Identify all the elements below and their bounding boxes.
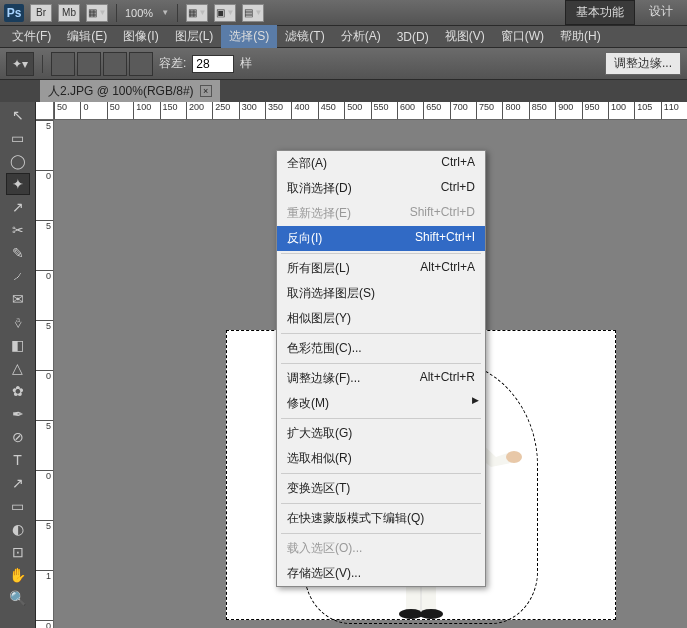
lasso-tool[interactable]: ◯: [6, 150, 30, 172]
menu-edit[interactable]: 编辑(E): [59, 25, 115, 48]
selection-intersect-button[interactable]: [129, 52, 153, 76]
tool-preset-icon[interactable]: ✦▾: [6, 52, 34, 76]
menu-3d[interactable]: 3D(D): [389, 27, 437, 47]
menu-item[interactable]: 所有图层(L)Alt+Ctrl+A: [277, 256, 485, 281]
menu-item[interactable]: 修改(M): [277, 391, 485, 416]
menu-item[interactable]: 相似图层(Y): [277, 306, 485, 331]
menu-filter[interactable]: 滤镜(T): [277, 25, 332, 48]
menu-analysis[interactable]: 分析(A): [333, 25, 389, 48]
tolerance-label: 容差:: [159, 55, 186, 72]
menu-item-label: 色彩范围(C)...: [287, 340, 362, 357]
healing-brush-tool[interactable]: ✎: [6, 242, 30, 264]
menu-item[interactable]: 取消选择图层(S): [277, 281, 485, 306]
menu-item[interactable]: 变换选区(T): [277, 476, 485, 501]
brush-tool[interactable]: ⟋: [6, 265, 30, 287]
menu-item-label: 取消选择(D): [287, 180, 352, 197]
ruler-tick: 400: [291, 102, 317, 119]
zoom-tool[interactable]: 🔍: [6, 587, 30, 609]
shape-tool[interactable]: ▭: [6, 495, 30, 517]
guides-button[interactable]: ▤▼: [242, 4, 264, 22]
menu-item-label: 载入选区(O)...: [287, 540, 362, 557]
menu-item[interactable]: 扩大选取(G): [277, 421, 485, 446]
ruler-tick: 350: [265, 102, 291, 119]
ruler-tick: 500: [344, 102, 370, 119]
workspace-basic-button[interactable]: 基本功能: [565, 0, 635, 25]
ruler-tick: 150: [160, 102, 186, 119]
menu-item-label: 反向(I): [287, 230, 322, 247]
zoom-dropdown-icon[interactable]: ▼: [161, 8, 169, 17]
menu-separator: [281, 503, 481, 504]
selection-subtract-button[interactable]: [103, 52, 127, 76]
menu-window[interactable]: 窗口(W): [493, 25, 552, 48]
crop-tool[interactable]: ↗: [6, 196, 30, 218]
3d-camera-tool[interactable]: ⊡: [6, 541, 30, 563]
menu-view[interactable]: 视图(V): [437, 25, 493, 48]
menu-item[interactable]: 存储选区(V)...: [277, 561, 485, 586]
menu-item-shortcut: Alt+Ctrl+A: [420, 260, 475, 277]
menu-layer[interactable]: 图层(L): [167, 25, 222, 48]
ruler-tick: 700: [450, 102, 476, 119]
path-select-tool[interactable]: ↗: [6, 472, 30, 494]
menu-item-label: 扩大选取(G): [287, 425, 352, 442]
menu-item[interactable]: 选取相似(R): [277, 446, 485, 471]
zoom-level[interactable]: 100%: [125, 7, 153, 19]
document-tab[interactable]: 人2.JPG @ 100%(RGB/8#) ×: [40, 80, 220, 103]
hand-tool[interactable]: ✋: [6, 564, 30, 586]
ruler-tick: 250: [212, 102, 238, 119]
ruler-vertical[interactable]: 50505050510: [36, 120, 54, 628]
marquee-tool[interactable]: ▭: [6, 127, 30, 149]
gradient-tool[interactable]: △: [6, 357, 30, 379]
ruler-tick: 100: [133, 102, 159, 119]
menu-item[interactable]: 色彩范围(C)...: [277, 336, 485, 361]
ruler-tick: 110: [661, 102, 687, 119]
menu-file[interactable]: 文件(F): [4, 25, 59, 48]
screen-mode-button[interactable]: ▦▼: [86, 4, 108, 22]
move-tool[interactable]: ↖: [6, 104, 30, 126]
minibridge-button[interactable]: Mb: [58, 4, 80, 22]
menu-select[interactable]: 选择(S): [221, 25, 277, 48]
menu-item[interactable]: 反向(I)Shift+Ctrl+I: [277, 226, 485, 251]
ruler-tick: 900: [555, 102, 581, 119]
workspace-design-button[interactable]: 设计: [639, 0, 683, 25]
eraser-tool[interactable]: ◧: [6, 334, 30, 356]
selection-mode-group: [51, 52, 153, 76]
3d-tool[interactable]: ◐: [6, 518, 30, 540]
bridge-button[interactable]: Br: [30, 4, 52, 22]
menu-item[interactable]: 调整边缘(F)...Alt+Ctrl+R: [277, 366, 485, 391]
dodge-tool[interactable]: ✒: [6, 403, 30, 425]
view-extras-button[interactable]: ▦▼: [186, 4, 208, 22]
menu-item[interactable]: 全部(A)Ctrl+A: [277, 151, 485, 176]
ruler-horizontal[interactable]: 5005010015020025030035040045050055060065…: [54, 102, 687, 120]
close-tab-icon[interactable]: ×: [200, 85, 212, 97]
menu-item-label: 变换选区(T): [287, 480, 350, 497]
ruler-tick: 0: [36, 270, 53, 320]
ruler-tick: 0: [36, 170, 53, 220]
arrange-button[interactable]: ▣▼: [214, 4, 236, 22]
magic-wand-tool[interactable]: ✦: [6, 173, 30, 195]
history-brush-tool[interactable]: ⎀: [6, 311, 30, 333]
ruler-tick: 450: [318, 102, 344, 119]
menu-item-label: 全部(A): [287, 155, 327, 172]
menu-item-shortcut: Shift+Ctrl+D: [410, 205, 475, 222]
pen-tool[interactable]: ⊘: [6, 426, 30, 448]
menu-item[interactable]: 在快速蒙版模式下编辑(Q): [277, 506, 485, 531]
menu-item-label: 修改(M): [287, 395, 329, 412]
menu-help[interactable]: 帮助(H): [552, 25, 609, 48]
menu-image[interactable]: 图像(I): [115, 25, 166, 48]
eyedropper-tool[interactable]: ✂: [6, 219, 30, 241]
clone-stamp-tool[interactable]: ✉: [6, 288, 30, 310]
ruler-tick: 200: [186, 102, 212, 119]
selection-new-button[interactable]: [51, 52, 75, 76]
menu-item[interactable]: 取消选择(D)Ctrl+D: [277, 176, 485, 201]
tolerance-input[interactable]: [192, 55, 234, 73]
ruler-tick: 5: [36, 120, 53, 170]
blur-tool[interactable]: ✿: [6, 380, 30, 402]
selection-add-button[interactable]: [77, 52, 101, 76]
refine-edge-button[interactable]: 调整边缘...: [605, 52, 681, 75]
menu-separator: [281, 253, 481, 254]
type-tool[interactable]: T: [6, 449, 30, 471]
ps-logo-icon: Ps: [4, 4, 24, 22]
ruler-tick: 50: [54, 102, 80, 119]
menu-item-label: 重新选择(E): [287, 205, 351, 222]
ruler-tick: 650: [423, 102, 449, 119]
